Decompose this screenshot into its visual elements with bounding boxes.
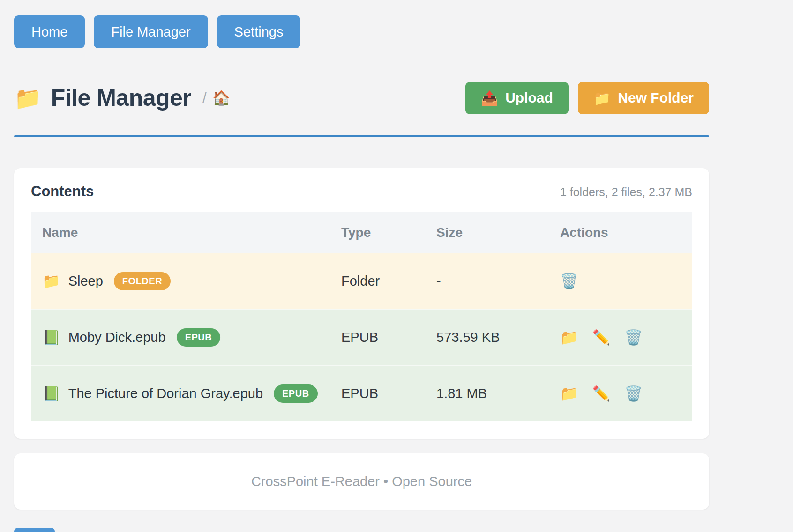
table-row[interactable]: 📗The Picture of Dorian Gray.epubEPUBEPUB… [31, 365, 692, 421]
open-folder-button[interactable]: 📁 [560, 386, 578, 401]
size-cell: 1.81 MB [425, 365, 549, 421]
nav-button-file-manager[interactable]: File Manager [94, 15, 208, 48]
folder-icon: 📁 [560, 385, 578, 402]
nav-button-home[interactable]: Home [14, 15, 85, 48]
title-wrap: 📁 File Manager / 🏠 [14, 84, 230, 111]
column-header-type: Type [330, 212, 425, 253]
delete-button[interactable]: 🗑️ [560, 274, 578, 288]
contents-card-header: Contents 1 folders, 2 files, 2.37 MB [31, 183, 692, 200]
size-cell: 573.59 KB [425, 309, 549, 365]
book-icon: 📗 [42, 329, 60, 346]
edit-button[interactable]: ✏️ [592, 330, 611, 345]
page-header: 📁 File Manager / 🏠 📤 Upload 📁 New Folder [14, 81, 709, 115]
delete-button[interactable]: 🗑️ [624, 386, 643, 401]
folder-icon: 📁 [560, 329, 578, 346]
type-cell: EPUB [330, 309, 425, 365]
column-header-size: Size [425, 212, 549, 253]
contents-card: Contents 1 folders, 2 files, 2.37 MB Nam… [14, 168, 709, 439]
folder-icon: 📁 [14, 85, 42, 111]
folder-icon: 📁 [42, 273, 60, 290]
type-badge: EPUB [177, 328, 221, 347]
file-name-link[interactable]: The Picture of Dorian Gray.epub [68, 386, 263, 401]
column-header-name: Name [31, 212, 330, 253]
new-folder-button-label: New Folder [618, 90, 694, 106]
file-table: Name Type Size Actions 📁SleepFOLDERFolde… [31, 212, 692, 421]
type-cell: EPUB [330, 365, 425, 421]
page-title: File Manager [51, 84, 192, 111]
type-badge: EPUB [274, 384, 318, 403]
actions-cell: 📁✏️🗑️ [560, 386, 681, 401]
pencil-icon: ✏️ [592, 329, 611, 346]
folder-icon: 📁 [593, 90, 611, 106]
upload-tray-icon: 📤 [481, 90, 498, 106]
trash-icon: 🗑️ [624, 329, 643, 346]
top-nav: Home File Manager Settings [14, 0, 709, 48]
trash-icon: 🗑️ [560, 273, 578, 289]
pencil-icon: ✏️ [592, 385, 611, 402]
file-table-header: Name Type Size Actions [31, 212, 692, 253]
delete-button[interactable]: 🗑️ [624, 330, 643, 345]
footer-card: CrossPoint E-Reader • Open Source [14, 453, 709, 510]
file-name-link[interactable]: Sleep [68, 273, 103, 289]
new-folder-button[interactable]: 📁 New Folder [578, 82, 709, 114]
size-cell: - [425, 253, 549, 309]
contents-summary: 1 folders, 2 files, 2.37 MB [560, 185, 692, 199]
home-icon[interactable]: 🏠 [212, 89, 231, 107]
book-icon: 📗 [42, 385, 60, 402]
column-header-actions: Actions [549, 212, 692, 253]
actions-cell: 📁✏️🗑️ [560, 330, 681, 345]
header-divider [14, 135, 709, 137]
breadcrumb: / 🏠 [202, 89, 230, 107]
header-actions: 📤 Upload 📁 New Folder [465, 82, 709, 114]
table-row[interactable]: 📗Moby Dick.epubEPUBEPUB573.59 KB📁✏️🗑️ [31, 309, 692, 365]
edit-button[interactable]: ✏️ [592, 386, 611, 401]
page: Home File Manager Settings 📁 File Manage… [14, 0, 709, 510]
partially-visible-button[interactable] [14, 528, 55, 532]
type-badge: FOLDER [114, 272, 171, 290]
upload-button[interactable]: 📤 Upload [465, 82, 569, 114]
contents-title: Contents [31, 183, 94, 200]
trash-icon: 🗑️ [624, 385, 643, 402]
file-name-link[interactable]: Moby Dick.epub [68, 330, 166, 345]
type-cell: Folder [330, 253, 425, 309]
table-row[interactable]: 📁SleepFOLDERFolder-🗑️ [31, 253, 692, 309]
nav-button-settings[interactable]: Settings [217, 15, 301, 48]
footer-text: CrossPoint E-Reader • Open Source [251, 474, 472, 489]
open-folder-button[interactable]: 📁 [560, 330, 578, 345]
breadcrumb-separator: / [202, 90, 206, 106]
actions-cell: 🗑️ [560, 274, 681, 288]
upload-button-label: Upload [505, 90, 553, 106]
